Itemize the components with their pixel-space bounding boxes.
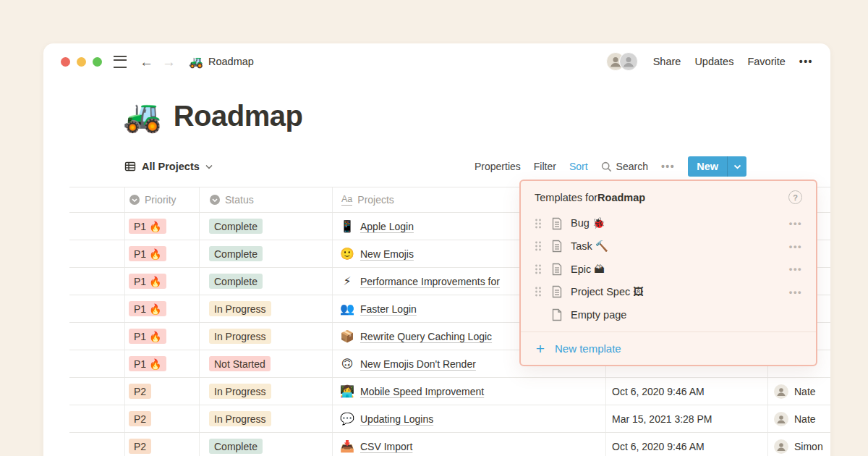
status-cell[interactable]: Complete [200,213,333,240]
priority-cell[interactable]: P1 🔥 [124,268,200,295]
project-emoji-icon: 🙃 [340,357,354,371]
view-switcher[interactable]: All Projects [124,161,213,172]
project-page-link[interactable]: Updating Logins [360,413,433,425]
more-menu-icon[interactable]: ••• [799,56,813,67]
tractor-icon: 🚜 [189,55,203,69]
properties-button[interactable]: Properties [475,161,521,172]
drag-handle-icon[interactable] [535,287,542,297]
person-cell[interactable]: Simon [768,433,830,456]
updates-button[interactable]: Updates [694,56,733,67]
project-page-link[interactable]: CSV Import [360,441,412,452]
template-more-icon[interactable]: ••• [789,287,802,297]
status-cell[interactable]: Complete [200,433,333,456]
template-item[interactable]: Bug 🐞 ••• [521,212,816,235]
person-icon [775,413,787,425]
templates-popup: Templates for Roadmap ? Bug 🐞 ••• Task 🔨… [519,180,817,366]
project-cell[interactable]: 💬 Updating Logins [333,405,606,432]
drag-handle-icon[interactable] [535,264,542,274]
project-page-link[interactable]: Mobile Speed Improvement [360,386,484,397]
minimize-window-button[interactable] [77,57,86,67]
priority-cell[interactable]: P2 [124,433,200,456]
project-emoji-icon: 📱 [340,219,354,233]
view-switcher-label: All Projects [142,161,200,172]
person-name: Simon [794,441,823,452]
select-property-icon [210,195,220,205]
status-cell[interactable]: In Progress [200,378,333,405]
table-row: P2 In Progress 👩‍💻 Mobile Speed Improvem… [69,378,830,405]
project-page-link[interactable]: Performance Improvements for [360,276,500,287]
toolbar-more-icon[interactable]: ••• [661,161,675,172]
template-more-icon[interactable]: ••• [789,241,802,252]
person-cell[interactable]: Nate [768,405,830,432]
project-page-link[interactable]: Rewrite Query Caching Logic [360,331,492,342]
status-badge: In Progress [209,411,271,426]
sidebar-menu-icon[interactable] [114,56,127,68]
help-icon[interactable]: ? [788,190,802,204]
date-cell[interactable]: Oct 6, 2020 9:46 AM [606,378,768,405]
date-cell[interactable]: Mar 15, 2021 3:28 PM [606,405,768,432]
date-value: Oct 6, 2020 9:46 AM [612,441,705,452]
status-cell[interactable]: Complete [200,240,333,267]
project-emoji-icon: 📥 [340,439,354,453]
filter-button[interactable]: Filter [534,161,556,172]
template-emoji-icon: 🐞 [592,217,605,229]
search-button[interactable]: Search [601,161,648,172]
close-window-button[interactable] [61,57,70,67]
chevron-down-icon [733,164,741,169]
new-dropdown-button[interactable] [728,156,746,177]
template-item[interactable]: Task 🔨 ••• [521,235,816,258]
date-cell[interactable]: Oct 6, 2020 9:46 AM [606,433,768,456]
priority-cell[interactable]: P2 [124,378,200,405]
project-cell[interactable]: 📥 CSV Import [333,433,606,456]
priority-cell[interactable]: P1 🔥 [124,240,200,267]
drag-handle-icon[interactable] [535,219,542,229]
priority-cell[interactable]: P2 [124,405,200,432]
project-page-link[interactable]: New Emojis Don't Render [360,358,476,370]
priority-cell[interactable]: P1 🔥 [124,323,200,350]
back-arrow-icon[interactable]: ← [140,55,153,69]
person-cell[interactable]: Nate [768,378,830,405]
column-header-label: Projects [357,194,394,206]
page-title-text: Roadmap [174,100,303,132]
template-item[interactable]: Epic 🏔 ••• [521,258,816,281]
status-cell[interactable]: In Progress [200,405,333,432]
status-cell[interactable]: In Progress [200,295,333,322]
template-more-icon[interactable]: ••• [789,218,802,229]
project-page-link[interactable]: New Emojis [360,248,414,260]
document-icon [551,285,563,298]
project-cell[interactable]: 👩‍💻 Mobile Speed Improvement [333,378,606,405]
document-icon [551,240,563,253]
breadcrumb[interactable]: 🚜 Roadmap [189,55,254,69]
project-emoji-icon: ⚡ [340,274,354,288]
project-page-link[interactable]: Faster Login [360,303,417,315]
priority-cell[interactable]: P1 🔥 [124,295,200,322]
template-emoji-icon: 🏔 [594,263,605,275]
status-cell[interactable]: In Progress [200,323,333,350]
sort-button[interactable]: Sort [569,161,588,172]
status-cell[interactable]: Complete [200,268,333,295]
priority-badge: P1 🔥 [129,274,166,289]
status-cell[interactable]: Not Started [200,350,333,377]
row-gutter [69,405,124,432]
favorite-button[interactable]: Favorite [747,56,785,67]
priority-badge: P1 🔥 [129,329,166,344]
zoom-window-button[interactable] [93,57,102,67]
share-button[interactable]: Share [653,56,681,67]
column-header-status[interactable]: Status [200,187,333,212]
priority-badge: P2 [129,411,151,426]
tractor-page-icon[interactable]: 🚜 [123,101,162,132]
template-item[interactable]: Project Spec 🖼 ••• [521,281,816,304]
template-item[interactable]: Empty page [521,303,816,326]
template-label: Bug 🐞 [571,217,605,229]
chevron-down-icon [205,164,213,169]
new-template-button[interactable]: + New template [521,332,816,365]
template-more-icon[interactable]: ••• [789,263,802,274]
project-emoji-icon: 💬 [340,412,354,426]
column-header-priority[interactable]: Priority [124,187,200,212]
priority-cell[interactable]: P1 🔥 [124,213,200,240]
drag-handle-icon[interactable] [535,241,542,251]
new-button[interactable]: New [688,156,727,177]
template-list: Bug 🐞 ••• Task 🔨 ••• Epic 🏔 ••• [521,212,816,326]
priority-cell[interactable]: P1 🔥 [124,350,200,377]
project-page-link[interactable]: Apple Login [360,221,414,232]
